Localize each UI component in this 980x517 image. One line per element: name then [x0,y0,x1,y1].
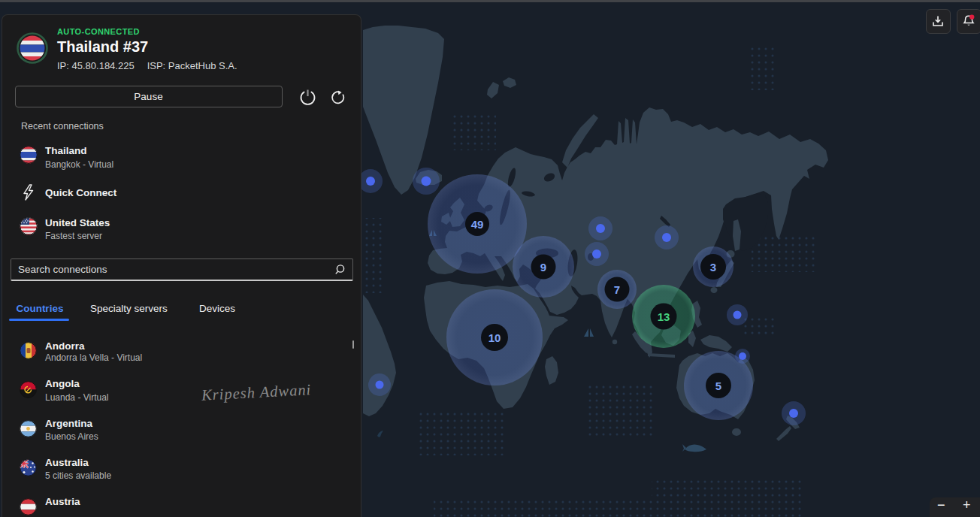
svg-text:3: 3 [710,261,716,274]
svg-text:49: 49 [471,218,484,231]
svg-text:5: 5 [715,379,721,392]
svg-text:7: 7 [614,283,620,296]
svg-text:10: 10 [488,331,501,344]
svg-text:13: 13 [658,310,670,323]
svg-text:9: 9 [540,261,546,274]
